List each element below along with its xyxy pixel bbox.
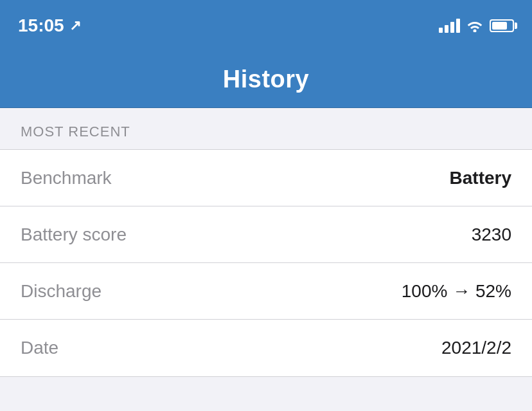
benchmark-value: Battery (450, 168, 511, 188)
discharge-label: Discharge (21, 281, 102, 302)
status-bar: 15:05 ↗ (0, 0, 532, 51)
discharge-value: 100% → 52% (402, 281, 511, 302)
table-row[interactable]: Battery score 3230 (0, 206, 532, 263)
content-list: Benchmark Battery Battery score 3230 Dis… (0, 149, 532, 377)
date-label: Date (21, 338, 58, 358)
battery-score-value: 3230 (472, 224, 511, 245)
wifi-icon (466, 19, 483, 32)
battery-fill (492, 22, 507, 30)
date-value: 2021/2/2 (441, 338, 511, 358)
table-row[interactable]: Discharge 100% → 52% (0, 263, 532, 320)
section-header-most-recent: MOST RECENT (0, 108, 532, 149)
status-time-container: 15:05 ↗ (18, 15, 81, 36)
battery-score-label: Battery score (21, 224, 127, 245)
benchmark-label: Benchmark (21, 168, 112, 188)
status-icons (439, 19, 514, 33)
status-time: 15:05 (18, 15, 64, 36)
section-label: MOST RECENT (21, 123, 130, 140)
nav-header: History (0, 51, 532, 108)
table-row[interactable]: Date 2021/2/2 (0, 320, 532, 376)
battery-icon (490, 19, 514, 32)
table-row[interactable]: Benchmark Battery (0, 150, 532, 206)
page-title: History (223, 66, 309, 93)
signal-bars-icon (439, 19, 460, 33)
location-icon: ↗ (69, 17, 81, 34)
